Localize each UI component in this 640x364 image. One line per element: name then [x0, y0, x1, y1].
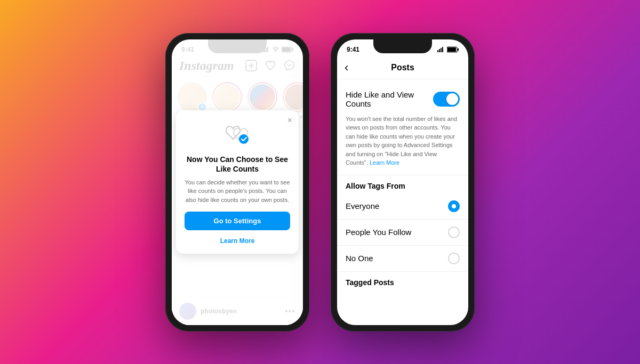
radio-everyone[interactable]: Everyone: [337, 193, 468, 220]
hide-likes-row: Hide Like and View Counts: [346, 87, 460, 111]
modal-overlay: × Now You Can Choose to See Like Counts: [172, 39, 303, 325]
svg-rect-18: [458, 48, 459, 51]
go-to-settings-button[interactable]: Go to Settings: [185, 212, 290, 230]
signal-icon-right: [437, 47, 445, 52]
radio-no-one[interactable]: No One: [337, 246, 468, 272]
radio-no-one-label: No One: [346, 254, 373, 263]
radio-people-you-follow[interactable]: People You Follow: [337, 220, 468, 246]
hide-likes-description: You won't see the total number of likes …: [346, 115, 460, 167]
radio-people-indicator: [448, 227, 460, 238]
modal-title: Now You Can Choose to See Like Counts: [185, 155, 290, 174]
radio-everyone-indicator: [448, 200, 460, 212]
phone-left-screen: 9:41: [172, 39, 303, 325]
battery-icon-right: [447, 46, 459, 53]
tagged-posts-heading: Tagged Posts: [337, 272, 468, 290]
svg-rect-12: [437, 50, 438, 52]
allow-tags-heading: Allow Tags From: [337, 175, 468, 193]
phone-right-screen: 9:41 ‹ Posts H: [337, 39, 468, 325]
hide-likes-label: Hide Like and View Counts: [346, 90, 433, 108]
learn-more-settings-link[interactable]: Learn More: [370, 159, 399, 166]
status-icons-right: [437, 46, 459, 53]
svg-rect-14: [441, 48, 442, 52]
phone-right: 9:41 ‹ Posts H: [331, 33, 475, 331]
back-button[interactable]: ‹: [345, 61, 348, 75]
phone-left: 9:41: [165, 33, 309, 331]
modal-close-button[interactable]: ×: [287, 116, 292, 125]
modal-card: × Now You Can Choose to See Like Counts: [176, 110, 299, 254]
radio-no-one-indicator: [448, 253, 460, 264]
settings-header: ‹ Posts: [337, 56, 468, 79]
svg-rect-17: [447, 47, 456, 52]
toggle-thumb: [446, 93, 458, 105]
hide-likes-toggle[interactable]: [433, 92, 460, 107]
modal-icon: [185, 120, 290, 149]
modal-description: You can decide whether you want to see l…: [185, 178, 290, 205]
svg-point-11: [239, 134, 249, 144]
radio-everyone-label: Everyone: [346, 201, 379, 211]
svg-rect-15: [442, 47, 443, 52]
settings-page-title: Posts: [391, 63, 414, 72]
svg-rect-13: [439, 49, 440, 52]
toggle-section: Hide Like and View Counts You won't see …: [337, 79, 468, 175]
radio-people-label: People You Follow: [346, 228, 411, 237]
learn-more-link[interactable]: Learn More: [220, 237, 255, 245]
status-time-right: 9:41: [347, 46, 359, 53]
notch-right: [373, 39, 432, 53]
